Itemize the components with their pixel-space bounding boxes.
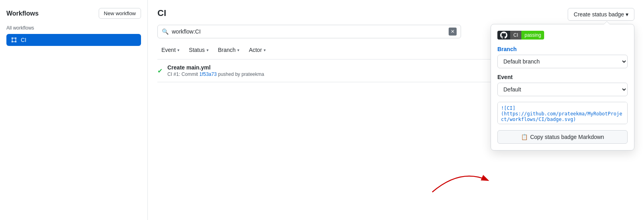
all-workflows-label: All workflows [6,25,141,31]
svg-point-1 [15,38,16,39]
svg-point-3 [15,41,16,42]
branch-filter-button[interactable]: Branch ▾ [214,45,243,55]
new-workflow-button[interactable]: New workflow [99,8,141,19]
actor-chevron-icon: ▾ [264,48,266,52]
actor-filter-button[interactable]: Actor ▾ [245,45,270,55]
svg-point-0 [12,38,13,39]
dropdown-arrow [604,21,610,24]
search-clear-button[interactable]: ✕ [449,28,457,36]
status-badge-dropdown: CI passing Branch Default branch master … [491,24,634,151]
badge-preview: CI passing [497,31,628,40]
sidebar: Workflows New workflow All workflows CI [0,0,148,220]
search-icon: 🔍 [162,28,169,35]
markdown-textarea[interactable]: ![CI](https://github.com/prateekma/MyRob… [497,102,628,124]
sidebar-title: Workflows [6,10,39,17]
svg-point-2 [12,41,13,42]
actor-filter-label: Actor [249,47,262,53]
status-chevron-icon: ▾ [207,48,209,52]
branch-dropdown-label: Branch [497,46,628,52]
branch-select[interactable]: Default branch master [497,55,628,68]
copy-icon: 📋 [521,134,528,140]
sidebar-header: Workflows New workflow [6,8,141,19]
copy-markdown-button[interactable]: 📋 Copy status badge Markdown [497,130,628,144]
create-badge-label: Create status badge ▾ [574,11,628,18]
status-filter-label: Status [189,47,205,53]
success-status-icon: ✔ [157,67,163,75]
event-chevron-icon: ▾ [177,48,179,52]
search-input[interactable] [172,28,449,35]
commit-link[interactable]: 1f53a73 [199,71,217,77]
github-logo-badge [497,31,510,40]
event-dropdown-label: Event [497,74,628,80]
page-title: CI [157,8,634,18]
search-bar: 🔍 ✕ [157,25,461,38]
badge-passing-label: passing [521,31,544,40]
copy-button-label: Copy status badge Markdown [530,134,604,140]
event-filter-label: Event [161,47,176,53]
create-status-badge-button[interactable]: Create status badge ▾ [568,8,634,21]
branch-chevron-icon: ▾ [237,48,239,52]
sidebar-item-ci[interactable]: CI [6,34,141,46]
sidebar-item-ci-label: CI [21,37,26,43]
event-select[interactable]: Default push pull_request [497,83,628,96]
badge-ci-label: CI [510,31,521,40]
workflow-icon [10,36,18,44]
status-filter-button[interactable]: Status ▾ [185,45,213,55]
branch-filter-label: Branch [218,47,236,53]
event-filter-button[interactable]: Event ▾ [157,45,183,55]
main-content: CI 🔍 ✕ Event ▾ Status ▾ Branch ▾ Actor ▾ [148,0,644,220]
red-arrow-annotation [428,164,492,196]
